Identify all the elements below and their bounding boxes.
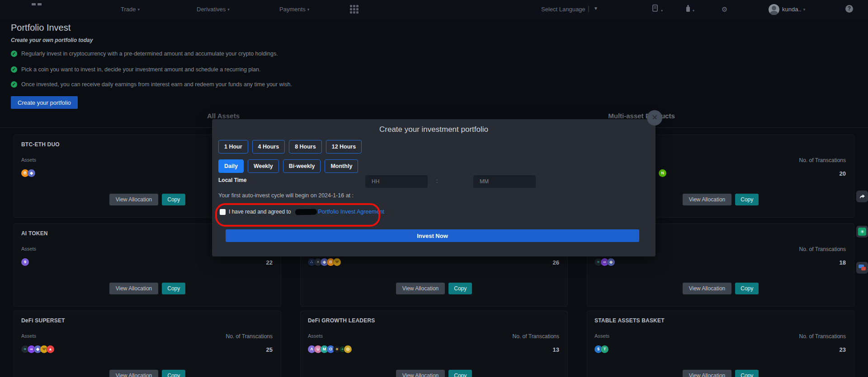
redacted-brand xyxy=(295,209,317,215)
copy-button[interactable]: Copy xyxy=(735,370,759,377)
minute-input[interactable] xyxy=(473,175,536,188)
chat-widget-button[interactable] xyxy=(856,262,868,274)
agreement-link[interactable]: Portfolio Invest Agreement xyxy=(318,209,384,215)
wallet-icon[interactable]: ▾ xyxy=(685,5,694,14)
apps-grid-icon[interactable] xyxy=(350,5,359,14)
view-allocation-button[interactable]: View Allocation xyxy=(683,370,732,377)
portfolio-card-defi-growth-leaders: DeFi GROWTH LEADERSAssetsNo. of Transcat… xyxy=(300,311,568,377)
copy-button[interactable]: Copy xyxy=(735,283,759,294)
card-buttons-row: View AllocationCopy xyxy=(587,370,854,377)
copy-button[interactable]: Copy xyxy=(448,283,472,294)
assets-label: Assets xyxy=(21,157,36,163)
transactions-count: 20 xyxy=(840,170,846,177)
nav-item-derivatives[interactable]: Derivatives▾ xyxy=(197,6,230,13)
chevron-down-icon: ▾ xyxy=(803,7,806,12)
create-portfolio-modal: Create your investment portfolio 1 Hour4… xyxy=(212,119,656,256)
orders-icon[interactable]: ▾ xyxy=(652,5,663,14)
nav-item-label: Derivatives xyxy=(197,6,226,13)
avatar[interactable] xyxy=(769,4,779,15)
tab-multi-asset-products[interactable]: Multi-asset Products xyxy=(592,112,691,120)
help-icon[interactable]: ? xyxy=(845,5,853,13)
brand-logo[interactable] xyxy=(32,3,42,6)
modal-close-icon[interactable]: ✕ xyxy=(647,110,662,126)
language-selector[interactable]: Select Language xyxy=(541,6,585,13)
hour-input[interactable] xyxy=(365,175,428,188)
check-circle-icon: ✓ xyxy=(11,66,17,73)
gold-coin-icon: Ψ xyxy=(333,258,341,266)
frequency-options-row: DailyWeeklyBi-weeklyMonthly xyxy=(218,159,358,173)
chat-bubble-icon xyxy=(861,267,866,270)
copy-button[interactable]: Copy xyxy=(448,370,472,377)
view-allocation-button[interactable]: View Allocation xyxy=(396,370,445,377)
agreement-row: I have read and agreed to Portfolio Inve… xyxy=(220,209,384,215)
hour-option-8-hours[interactable]: 8 Hours xyxy=(289,140,322,154)
gear-icon[interactable]: ⚙ xyxy=(722,5,727,14)
gold-ring-coin-icon: ◎ xyxy=(344,345,352,353)
share-arrow-icon xyxy=(859,193,866,200)
check-circle-icon: ✓ xyxy=(11,51,17,57)
nav-item-payments[interactable]: Payments▾ xyxy=(279,6,309,13)
copy-button[interactable]: Copy xyxy=(162,194,185,205)
asset-icons-row: N xyxy=(659,169,665,177)
chevron-down-icon: ▾ xyxy=(693,9,694,13)
asset-icons-row: ≈∞◆ xyxy=(594,258,613,266)
card-title: STABLE ASSETS BASKET xyxy=(594,317,665,324)
transactions-label: No. of Transcations xyxy=(799,333,846,340)
frequency-option-monthly[interactable]: Monthly xyxy=(325,159,358,173)
transactions-count: 23 xyxy=(840,346,846,353)
tab-all-assets[interactable]: All Assets xyxy=(174,112,273,120)
divider: | xyxy=(588,5,590,12)
asset-icons-row: ΛUMO∗+◎ xyxy=(308,345,350,353)
transactions-count: 22 xyxy=(266,259,273,266)
chevron-down-icon: ▾ xyxy=(137,7,140,12)
transactions-count: 26 xyxy=(553,259,559,266)
hour-option-4-hours[interactable]: 4 Hours xyxy=(252,140,285,154)
view-allocation-button[interactable]: View Allocation xyxy=(109,370,159,377)
modal-title: Create your investment portfolio xyxy=(212,125,656,134)
chevron-down-icon: ▾ xyxy=(307,7,310,12)
user-menu[interactable]: kunda..▾ xyxy=(782,6,805,13)
ai-token-icon: 9 xyxy=(21,258,29,266)
view-allocation-button[interactable]: View Allocation xyxy=(683,283,732,294)
share-widget-button[interactable] xyxy=(856,191,868,202)
view-allocation-button[interactable]: View Allocation xyxy=(109,283,159,294)
nav-item-label: Trade xyxy=(121,6,136,13)
view-allocation-button[interactable]: View Allocation xyxy=(683,194,732,205)
asset-icons-row: $T xyxy=(594,345,607,353)
transactions-count: 18 xyxy=(840,259,846,266)
portfolio-card-stable-assets-basket: STABLE ASSETS BASKETAssetsNo. of Transca… xyxy=(587,311,854,377)
agreement-checkbox[interactable] xyxy=(220,209,226,215)
transactions-count: 25 xyxy=(266,346,273,353)
view-allocation-button[interactable]: View Allocation xyxy=(109,194,159,205)
card-title: DeFi GROWTH LEADERS xyxy=(308,317,375,324)
page-subtitle: Create your own portfolio today xyxy=(11,37,93,43)
create-portfolio-button[interactable]: Create your portfolio xyxy=(11,96,78,109)
copy-button[interactable]: Copy xyxy=(162,283,185,294)
benefit-text: Pick a coin you want to invest in, decid… xyxy=(21,66,260,73)
invest-now-button[interactable]: Invest Now xyxy=(226,229,639,242)
language-dropdown-icon[interactable]: ▼ xyxy=(594,6,598,11)
copy-button[interactable]: Copy xyxy=(735,194,759,205)
hour-option-1-hour[interactable]: 1 Hour xyxy=(218,140,248,154)
transactions-label: No. of Transcations xyxy=(799,246,846,252)
frequency-option-daily[interactable]: Daily xyxy=(218,159,244,173)
nav-item-trade[interactable]: Trade▾ xyxy=(121,6,140,13)
assistant-widget-button[interactable]: ✳ xyxy=(856,226,868,237)
card-buttons-row: View AllocationCopy xyxy=(301,283,567,294)
chevron-down-icon: ▾ xyxy=(661,9,663,13)
copy-button[interactable]: Copy xyxy=(162,370,185,377)
hour-option-12-hours[interactable]: 12 Hours xyxy=(326,140,362,154)
benefit-text: Once invested, you can receive daily ear… xyxy=(21,81,292,88)
view-allocation-button[interactable]: View Allocation xyxy=(396,283,445,294)
agreement-text: I have read and agreed to xyxy=(229,209,291,215)
username-label: kunda.. xyxy=(782,6,802,13)
asset-icons-row: ∴×◆BΨ xyxy=(308,258,340,266)
transactions-count: 13 xyxy=(553,346,559,353)
frequency-option-weekly[interactable]: Weekly xyxy=(248,159,279,173)
ethereum-icon: ◆ xyxy=(28,169,35,177)
portfolio-card-defi-superset: DeFi SUPERSETAssetsNo. of Transcations≈∞… xyxy=(14,311,281,377)
benefit-item: ✓ Pick a coin you want to invest in, dec… xyxy=(11,66,260,73)
benefit-item: ✓ Once invested, you can receive daily e… xyxy=(11,81,292,88)
frequency-option-bi-weekly[interactable]: Bi-weekly xyxy=(283,159,321,173)
benefit-text: Regularly invest in cryptocurrency with … xyxy=(21,51,278,57)
